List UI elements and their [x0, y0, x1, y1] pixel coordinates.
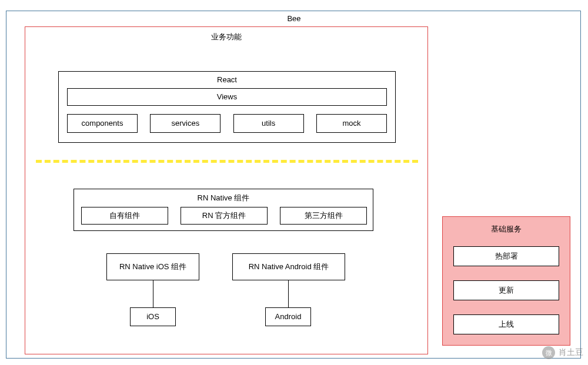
services-title: 基础服务 [443, 224, 570, 235]
ios-box: iOS [130, 307, 176, 326]
watermark-logo-icon: 微 [542, 346, 555, 359]
service-item-online: 上线 [453, 314, 559, 334]
watermark: 微 肖土豆 [542, 346, 583, 359]
business-title: 业务功能 [25, 32, 427, 42]
rn-ios-box: RN Native iOS 组件 [106, 253, 199, 280]
react-title: React [59, 75, 395, 84]
connector-ios [153, 280, 153, 307]
service-item-hotdeploy: 热部署 [453, 246, 559, 266]
react-item-utils: utils [233, 114, 304, 133]
react-item-components: components [67, 114, 138, 133]
react-row: components services utils mock [67, 114, 387, 133]
react-box: React Views components services utils mo… [58, 71, 396, 143]
rn-android-box: RN Native Android 组件 [232, 253, 345, 280]
rn-native-box: RN Native 组件 自有组件 RN 官方组件 第三方组件 [74, 189, 373, 231]
views-box: Views [67, 88, 387, 106]
rn-native-title: RN Native 组件 [74, 193, 373, 203]
watermark-text: 肖土豆 [559, 347, 583, 358]
rn-native-row: 自有组件 RN 官方组件 第三方组件 [81, 207, 367, 225]
services-container: 基础服务 热部署 更新 上线 [442, 216, 570, 346]
service-item-update: 更新 [453, 280, 559, 300]
dashed-divider [36, 160, 418, 163]
react-item-services: services [150, 114, 220, 133]
connector-android [288, 280, 289, 307]
rn-native-item-own: 自有组件 [81, 207, 168, 225]
business-container: 业务功能 React Views components services uti… [25, 26, 428, 354]
rn-native-item-thirdparty: 第三方组件 [280, 207, 367, 225]
android-box: Android [265, 307, 311, 326]
react-item-mock: mock [316, 114, 387, 133]
rn-native-item-official: RN 官方组件 [181, 207, 268, 225]
diagram-title: Bee [0, 14, 588, 23]
